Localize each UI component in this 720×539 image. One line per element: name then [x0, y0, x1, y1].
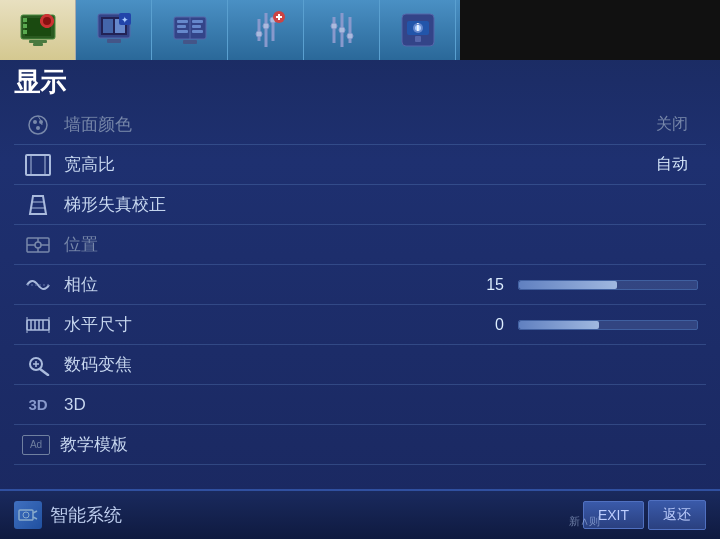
- phase-label: 相位: [64, 273, 486, 296]
- digital-zoom-label: 数码变焦: [64, 353, 698, 376]
- svg-rect-27: [192, 30, 203, 33]
- position-label: 位置: [64, 233, 698, 256]
- svg-marker-57: [30, 196, 46, 214]
- svg-rect-15: [103, 19, 113, 33]
- tab-color[interactable]: ✦: [76, 0, 152, 60]
- phase-bar-fill: [519, 281, 617, 289]
- tab-info[interactable]: i: [380, 0, 456, 60]
- 3d-prefix: 3D: [22, 396, 54, 413]
- svg-rect-5: [29, 40, 47, 43]
- reset-button[interactable]: 返还: [648, 500, 706, 530]
- phase-value: 15: [486, 276, 504, 294]
- menu-item-teaching[interactable]: Ad 教学模板: [14, 425, 706, 465]
- svg-point-53: [36, 126, 40, 130]
- aspect-icon: [22, 151, 54, 179]
- aspect-ratio-label: 宽高比: [64, 153, 656, 176]
- svg-rect-24: [177, 30, 188, 33]
- input-icon: [169, 9, 211, 51]
- svg-rect-33: [256, 31, 262, 37]
- svg-rect-12: [51, 19, 54, 23]
- svg-rect-2: [23, 18, 27, 22]
- menu-item-3d[interactable]: 3D 3D: [14, 385, 706, 425]
- teaching-label: 教学模板: [60, 433, 698, 456]
- svg-rect-25: [192, 20, 203, 23]
- svg-rect-17: [107, 39, 121, 43]
- wall-color-label: 墙面颜色: [64, 113, 656, 136]
- svg-rect-28: [183, 40, 197, 44]
- zoom-icon: [22, 351, 54, 379]
- wall-color-value: 关闭: [656, 114, 688, 135]
- menu-item-aspect-ratio[interactable]: 宽高比 自动: [14, 145, 706, 185]
- hsize-bar-fill: [519, 321, 599, 329]
- tab-advanced[interactable]: [304, 0, 380, 60]
- phase-icon: [22, 271, 54, 299]
- toolbar: ✦: [0, 0, 460, 60]
- bottom-left: 智能系统: [14, 501, 122, 529]
- tab-display[interactable]: [0, 0, 76, 60]
- svg-rect-43: [347, 33, 353, 39]
- svg-point-61: [35, 242, 41, 248]
- menu-item-position[interactable]: 位置: [14, 225, 706, 265]
- info-icon: i: [397, 9, 439, 51]
- bottom-bar: 智能系统 新∧则 EXIT 返还: [0, 489, 720, 539]
- svg-rect-3: [23, 24, 27, 28]
- menu-item-wall-color[interactable]: 墙面颜色 关闭: [14, 105, 706, 145]
- watermark: 新∧则: [569, 514, 600, 529]
- settings-icon: [245, 9, 287, 51]
- svg-line-75: [40, 369, 48, 375]
- 3d-label: 3D: [64, 395, 698, 415]
- top-right-dark: [460, 0, 720, 60]
- hsize-value: 0: [495, 316, 504, 334]
- svg-rect-9: [45, 14, 49, 17]
- svg-rect-42: [331, 23, 337, 29]
- svg-point-8: [43, 17, 51, 25]
- bottom-right: 新∧则 EXIT 返还: [583, 500, 706, 530]
- svg-rect-26: [192, 25, 201, 28]
- menu-item-keystone[interactable]: 梯形失真校正: [14, 185, 706, 225]
- svg-rect-41: [339, 27, 345, 33]
- phase-bar: [518, 280, 698, 290]
- palette-icon: [22, 111, 54, 139]
- phase-bar-container: 15: [486, 276, 698, 294]
- hsize-icon: [22, 311, 54, 339]
- advanced-icon: [321, 9, 363, 51]
- svg-rect-11: [40, 19, 43, 23]
- svg-rect-32: [263, 23, 269, 29]
- hsize-label: 水平尺寸: [64, 313, 495, 336]
- menu-item-phase[interactable]: 相位 15: [14, 265, 706, 305]
- hsize-bar: [518, 320, 698, 330]
- svg-point-51: [33, 120, 37, 124]
- svg-text:i: i: [416, 22, 419, 33]
- hsize-bar-container: 0: [495, 316, 698, 334]
- system-icon: [14, 501, 42, 529]
- svg-rect-37: [278, 14, 280, 20]
- menu-container: 墙面颜色 关闭 宽高比 自动: [14, 105, 706, 484]
- menu-item-digital-zoom[interactable]: 数码变焦: [14, 345, 706, 385]
- svg-rect-54: [26, 155, 50, 175]
- position-icon: [22, 231, 54, 259]
- svg-rect-22: [177, 20, 188, 23]
- svg-point-81: [23, 512, 29, 518]
- keystone-icon: [22, 191, 54, 219]
- screen: ✦: [0, 0, 720, 539]
- menu-item-hsize[interactable]: 水平尺寸 0: [14, 305, 706, 345]
- color-icon: ✦: [93, 9, 135, 51]
- aspect-ratio-value: 自动: [656, 154, 688, 175]
- svg-rect-4: [23, 30, 27, 34]
- tab-input[interactable]: [152, 0, 228, 60]
- svg-point-50: [29, 116, 47, 134]
- svg-rect-48: [415, 36, 421, 42]
- system-label: 智能系统: [50, 503, 122, 527]
- svg-rect-23: [177, 25, 186, 28]
- svg-text:✦: ✦: [121, 15, 129, 25]
- svg-rect-10: [45, 25, 49, 28]
- display-icon: [17, 9, 59, 51]
- svg-rect-6: [33, 43, 43, 46]
- tab-settings[interactable]: [228, 0, 304, 60]
- ad-prefix: Ad: [22, 435, 50, 455]
- page-title: 显示: [14, 65, 66, 100]
- keystone-label: 梯形失真校正: [64, 193, 698, 216]
